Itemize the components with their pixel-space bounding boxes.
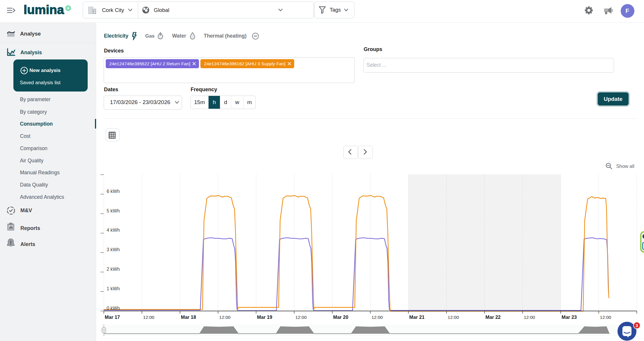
svg-text:12:00: 12:00 — [448, 315, 459, 320]
svg-text:Mar 17: Mar 17 — [105, 314, 120, 320]
svg-text:1 kWh: 1 kWh — [107, 286, 120, 291]
svg-text:5 kWh: 5 kWh — [107, 208, 120, 213]
svg-text:Mar 20: Mar 20 — [333, 314, 348, 320]
svg-text:Mar 21: Mar 21 — [409, 314, 424, 320]
svg-text:12:00: 12:00 — [524, 315, 535, 320]
svg-text:Mar 19: Mar 19 — [257, 314, 272, 320]
svg-text:Mar 22: Mar 22 — [486, 314, 501, 320]
svg-text:4 kWh: 4 kWh — [107, 228, 120, 233]
svg-text:12:00: 12:00 — [600, 315, 611, 320]
svg-text:12:00: 12:00 — [371, 315, 383, 320]
svg-text:12:00: 12:00 — [219, 315, 231, 320]
svg-text:Mar 23: Mar 23 — [562, 314, 577, 320]
svg-text:0 kWh: 0 kWh — [107, 306, 120, 311]
svg-text:12:00: 12:00 — [143, 315, 154, 320]
svg-text:6 kWh: 6 kWh — [107, 189, 120, 194]
svg-text:Mar 18: Mar 18 — [181, 314, 196, 320]
svg-text:2 kWh: 2 kWh — [107, 267, 120, 272]
svg-text:3 kWh: 3 kWh — [107, 247, 120, 252]
svg-text:12:00: 12:00 — [295, 315, 307, 320]
